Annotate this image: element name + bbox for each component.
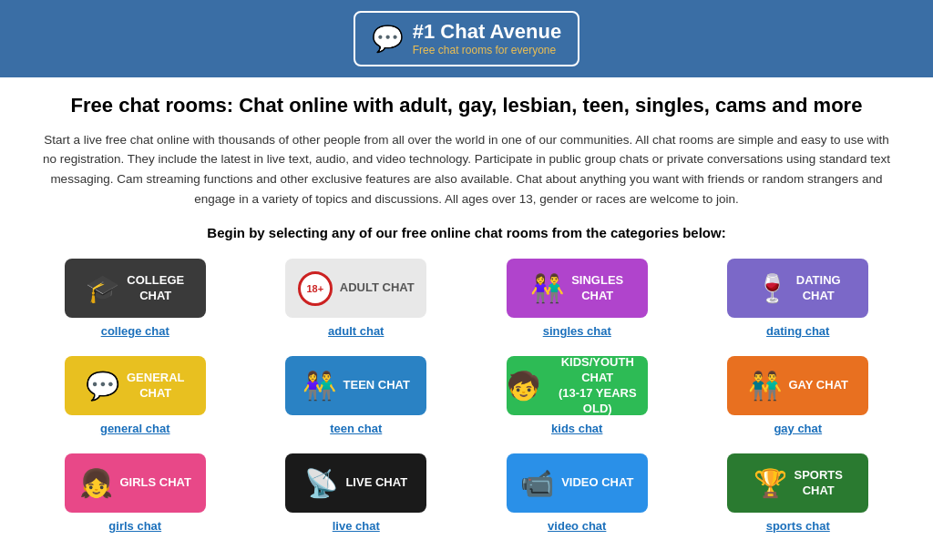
chat-item-video[interactable]: 📹 VIDEO CHAT video chat xyxy=(480,453,674,533)
gay-link-text[interactable]: gay chat xyxy=(774,422,822,435)
girls-icon: 👧 xyxy=(79,467,113,499)
chat-item-singles[interactable]: 👫 SINGLES CHAT singles chat xyxy=(480,259,674,338)
page-description: Start a live free chat online with thous… xyxy=(38,130,895,209)
teen-button[interactable]: 👫 TEEN CHAT xyxy=(285,356,426,415)
chat-item-dating[interactable]: 🍷 DATING CHAT dating chat xyxy=(702,259,896,338)
live-icon: 📡 xyxy=(304,467,338,499)
chat-item-college[interactable]: 🎓 COLLEGE CHAT college chat xyxy=(38,259,232,338)
kids-button-label: KIDS/YOUTH CHAT (13-17 YEARS OLD) xyxy=(548,356,648,415)
dating-button-label: DATING CHAT xyxy=(796,273,841,304)
singles-button-label: SINGLES CHAT xyxy=(571,273,623,304)
sports-button-label: SPORTS CHAT xyxy=(795,468,843,499)
main-content: Free chat rooms: Chat online with adult,… xyxy=(20,77,913,560)
girls-link-text[interactable]: girls chat xyxy=(108,519,161,533)
general-link-text[interactable]: general chat xyxy=(100,422,170,435)
sports-button[interactable]: 🏆 SPORTS CHAT xyxy=(727,453,868,513)
chat-item-general[interactable]: 💬 GENERAL CHAT general chat xyxy=(38,356,232,435)
logo-text: #1 Chat Avenue Free chat rooms for every… xyxy=(413,20,561,57)
singles-icon: 👫 xyxy=(530,272,564,304)
college-icon: 🎓 xyxy=(86,272,119,304)
sports-icon: 🏆 xyxy=(754,467,787,499)
general-button-label: GENERAL CHAT xyxy=(127,371,185,402)
chat-item-adult[interactable]: 18+ ADULT CHAT adult chat xyxy=(260,259,454,338)
dating-icon: 🍷 xyxy=(755,272,789,304)
sports-link-text[interactable]: sports chat xyxy=(766,519,830,533)
adult-badge-icon: 18+ xyxy=(298,271,333,306)
dating-button[interactable]: 🍷 DATING CHAT xyxy=(727,259,868,318)
sub-heading: Begin by selecting any of our free onlin… xyxy=(38,225,895,240)
video-button[interactable]: 📹 VIDEO CHAT xyxy=(507,453,648,513)
dating-link-text[interactable]: dating chat xyxy=(766,324,829,338)
chat-item-girls[interactable]: 👧 GIRLS CHAT girls chat xyxy=(38,453,232,533)
chat-icon: 💬 xyxy=(372,24,404,54)
video-link-text[interactable]: video chat xyxy=(548,519,606,533)
gay-button[interactable]: 👬 GAY CHAT xyxy=(727,356,868,415)
college-button[interactable]: 🎓 COLLEGE CHAT xyxy=(65,259,206,318)
adult-button-label: ADULT CHAT xyxy=(340,280,415,296)
live-button-label: LIVE CHAT xyxy=(345,475,407,491)
general-icon: 💬 xyxy=(86,370,119,402)
chat-category-grid: 🎓 COLLEGE CHAT college chat 18+ ADULT CH… xyxy=(38,259,895,533)
video-button-label: VIDEO CHAT xyxy=(561,475,633,491)
chat-item-gay[interactable]: 👬 GAY CHAT gay chat xyxy=(702,356,896,435)
girls-button[interactable]: 👧 GIRLS CHAT xyxy=(65,453,206,513)
singles-button[interactable]: 👫 SINGLES CHAT xyxy=(507,259,648,318)
college-button-label: COLLEGE CHAT xyxy=(127,273,184,304)
general-button[interactable]: 💬 GENERAL CHAT xyxy=(65,356,206,415)
gay-icon: 👬 xyxy=(748,370,782,402)
teen-icon: 👫 xyxy=(302,370,336,402)
gay-button-label: GAY CHAT xyxy=(789,378,849,393)
logo[interactable]: 💬 #1 Chat Avenue Free chat rooms for eve… xyxy=(354,11,579,66)
college-link-text[interactable]: college chat xyxy=(101,324,169,338)
logo-title: #1 Chat Avenue xyxy=(413,20,561,44)
kids-icon: 🧒 xyxy=(507,370,540,402)
adult-button[interactable]: 18+ ADULT CHAT xyxy=(285,259,426,318)
logo-subtitle: Free chat rooms for everyone xyxy=(413,44,561,56)
girls-button-label: GIRLS CHAT xyxy=(120,475,191,491)
teen-link-text[interactable]: teen chat xyxy=(330,422,382,435)
chat-item-sports[interactable]: 🏆 SPORTS CHAT sports chat xyxy=(702,453,896,533)
video-icon: 📹 xyxy=(520,467,554,499)
chat-item-teen[interactable]: 👫 TEEN CHAT teen chat xyxy=(260,356,454,435)
live-link-text[interactable]: live chat xyxy=(333,519,380,533)
live-button[interactable]: 📡 LIVE CHAT xyxy=(285,453,426,513)
chat-item-kids[interactable]: 🧒 KIDS/YOUTH CHAT (13-17 YEARS OLD) kids… xyxy=(480,356,674,435)
kids-button[interactable]: 🧒 KIDS/YOUTH CHAT (13-17 YEARS OLD) xyxy=(507,356,648,415)
kids-link-text[interactable]: kids chat xyxy=(551,422,602,435)
site-header: 💬 #1 Chat Avenue Free chat rooms for eve… xyxy=(0,0,933,77)
adult-link-text[interactable]: adult chat xyxy=(328,324,384,338)
singles-link-text[interactable]: singles chat xyxy=(543,324,611,338)
page-title: Free chat rooms: Chat online with adult,… xyxy=(38,94,895,117)
chat-item-live[interactable]: 📡 LIVE CHAT live chat xyxy=(260,453,454,533)
teen-button-label: TEEN CHAT xyxy=(343,378,410,393)
